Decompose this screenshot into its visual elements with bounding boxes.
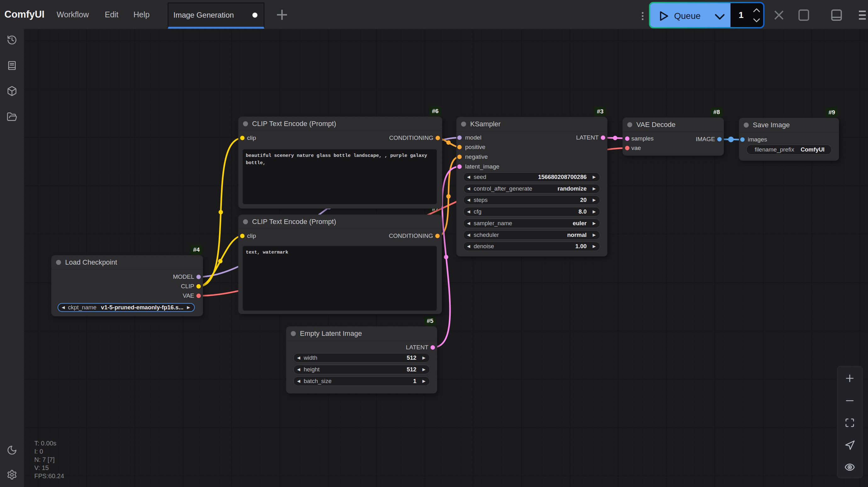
- svg-text:Queue: Queue: [674, 11, 701, 21]
